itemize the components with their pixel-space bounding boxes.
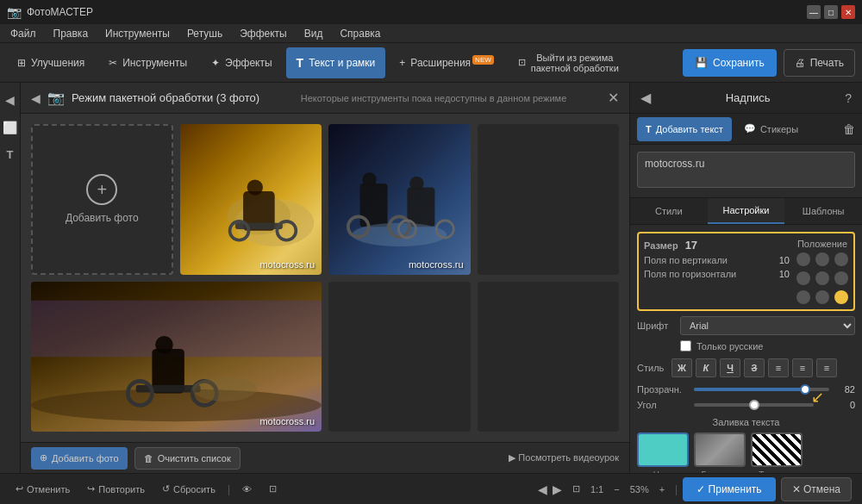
- apply-button[interactable]: ✓ Применить: [683, 477, 775, 501]
- extensions-label: РасширенияNEW: [410, 56, 493, 69]
- sidebar-text-btn[interactable]: T: [3, 145, 17, 165]
- pos-dot-top-right[interactable]: [834, 252, 848, 266]
- moto-svg-3: [31, 282, 322, 432]
- toolbar-right: 💾 Сохранить 🖨 Печать: [683, 49, 855, 77]
- trash-icon: 🗑: [144, 453, 153, 464]
- menu-view[interactable]: Вид: [301, 26, 327, 41]
- opacity-slider-track[interactable]: [694, 388, 829, 391]
- photo-cell-1[interactable]: motocross.ru: [180, 124, 322, 275]
- fit-button[interactable]: ⊡: [567, 480, 585, 498]
- right-panel-help-btn[interactable]: ?: [845, 91, 852, 105]
- instruments-icon: ✂: [109, 57, 117, 69]
- reset-button[interactable]: ↺ Сбросить: [157, 480, 221, 498]
- pos-dot-bot-left[interactable]: [796, 290, 810, 304]
- svg-point-3: [247, 179, 262, 195]
- reset-icon: ↺: [162, 483, 170, 495]
- fill-labels: Цвет Градиент Текстура: [637, 470, 855, 473]
- moto-svg-1: [180, 124, 322, 275]
- tab-instruments[interactable]: ✂ Инструменты: [98, 47, 197, 78]
- tab-effects[interactable]: ✦ Эффекты: [201, 47, 283, 78]
- font-select[interactable]: Arial: [680, 316, 855, 335]
- menu-retouch[interactable]: Ретушь: [184, 26, 226, 41]
- only-russian-checkbox[interactable]: [680, 340, 691, 352]
- pos-dot-bot-center[interactable]: [815, 290, 829, 304]
- angle-slider-track[interactable]: ↙: [694, 403, 814, 407]
- redo-button[interactable]: ↪ Повторить: [82, 480, 150, 498]
- center-content: ◀ 📷 Режим пакетной обработки (3 фото) Не…: [21, 83, 629, 473]
- stickers-tab[interactable]: 💬 Стикеры: [735, 117, 807, 141]
- right-panel-back-btn[interactable]: ◀: [640, 90, 651, 106]
- add-photo-button[interactable]: ⊕ Добавить фото: [31, 447, 128, 470]
- add-photo-cell[interactable]: + Добавить фото: [31, 124, 173, 275]
- minimize-button[interactable]: —: [807, 5, 821, 19]
- title-bar-controls: — □ ✕: [807, 5, 855, 19]
- toolbar: ⊞ Улучшения ✂ Инструменты ✦ Эффекты Т Те…: [0, 43, 862, 83]
- prev-button[interactable]: ◀: [538, 482, 547, 496]
- pos-dot-top-center[interactable]: [815, 252, 829, 266]
- fill-swatch-gradient[interactable]: [694, 432, 746, 467]
- fill-section-title: Заливка текста: [637, 417, 855, 427]
- batch-back-btn[interactable]: ◀: [31, 91, 41, 105]
- underline-btn[interactable]: Ч: [720, 358, 740, 377]
- tab-exit-batch[interactable]: ⊡ Выйти из режимапакетной обработки: [508, 47, 629, 78]
- fill-swatch-texture[interactable]: [751, 432, 803, 467]
- video-tutorial-button[interactable]: ▶ Посмотреть видеоурок: [509, 452, 619, 464]
- fields-col: Размер 17 Поля по вертикали 10 Поля по г…: [644, 239, 790, 283]
- menu-effects[interactable]: Эффекты: [236, 26, 290, 41]
- batch-close-btn[interactable]: ✕: [608, 90, 619, 106]
- angle-slider-thumb[interactable]: [749, 400, 759, 410]
- tab-templates[interactable]: Шаблоны: [784, 198, 862, 224]
- angle-value: 0: [834, 400, 855, 410]
- delete-text-btn[interactable]: 🗑: [843, 122, 855, 136]
- pos-dot-mid-center[interactable]: [815, 271, 829, 285]
- opacity-slider-thumb[interactable]: [800, 384, 810, 395]
- svg-point-19: [155, 335, 173, 353]
- bottom-bar: ⊕ Добавить фото 🗑 Очистить список ▶ Посм…: [21, 442, 629, 473]
- photo-cell-3[interactable]: motocross.ru: [31, 282, 322, 432]
- zoom-in-btn[interactable]: +: [654, 481, 670, 498]
- align-left-btn[interactable]: ≡: [768, 358, 789, 377]
- fill-label-texture: Текстура: [751, 470, 803, 473]
- bold-btn[interactable]: Ж: [671, 358, 692, 377]
- position-box-inner: Размер 17 Поля по вертикали 10 Поля по г…: [644, 239, 848, 304]
- clear-list-button[interactable]: 🗑 Очистить список: [134, 447, 240, 470]
- cancel-button[interactable]: ✕ Отмена: [781, 477, 852, 501]
- compare-button[interactable]: ⊡: [264, 480, 282, 498]
- undo-button[interactable]: ↩ Отменить: [10, 480, 75, 498]
- sidebar-back-btn[interactable]: ◀: [2, 90, 18, 110]
- next-button[interactable]: ▶: [553, 482, 562, 496]
- strikethrough-btn[interactable]: З: [744, 358, 765, 377]
- close-button[interactable]: ✕: [841, 5, 855, 19]
- photo-cell-2[interactable]: motocross.ru: [328, 124, 471, 275]
- zoom-out-btn[interactable]: −: [609, 481, 624, 498]
- tab-text-frames[interactable]: Т Текст и рамки: [286, 47, 386, 78]
- tab-styles[interactable]: Стили: [630, 198, 708, 224]
- sidebar-crop-btn[interactable]: ⬜: [0, 117, 21, 138]
- angle-row: Угол ↙ 0: [637, 400, 855, 410]
- italic-btn[interactable]: К: [696, 358, 716, 377]
- menu-help[interactable]: Справка: [336, 26, 384, 41]
- tab-settings[interactable]: Настройки: [708, 198, 785, 224]
- maximize-button[interactable]: □: [824, 5, 838, 19]
- align-right-btn[interactable]: ≡: [816, 358, 837, 377]
- eye-button[interactable]: 👁: [237, 481, 257, 498]
- pos-dot-mid-right[interactable]: [834, 271, 848, 285]
- tab-improvements[interactable]: ⊞ Улучшения: [7, 47, 95, 78]
- menu-bar: Файл Правка Инструменты Ретушь Эффекты В…: [0, 24, 862, 43]
- pos-dot-top-left[interactable]: [796, 252, 810, 266]
- pos-dot-mid-left[interactable]: [796, 271, 810, 285]
- new-badge: NEW: [472, 55, 494, 65]
- save-button[interactable]: 💾 Сохранить: [683, 49, 777, 77]
- position-box: Размер 17 Поля по вертикали 10 Поля по г…: [637, 232, 855, 311]
- pos-dot-bot-right[interactable]: [834, 290, 848, 304]
- align-center-btn[interactable]: ≡: [792, 358, 813, 377]
- print-button[interactable]: 🖨 Печать: [784, 49, 855, 77]
- menu-file[interactable]: Файл: [7, 26, 40, 41]
- menu-tools[interactable]: Инструменты: [102, 26, 173, 41]
- text-input[interactable]: motocross.ru: [637, 152, 855, 188]
- size-value: 17: [685, 239, 697, 252]
- fill-swatch-color[interactable]: [637, 432, 689, 467]
- tab-extensions[interactable]: + РасширенияNEW: [389, 47, 503, 78]
- add-text-tab[interactable]: T Добавить текст: [637, 117, 732, 141]
- menu-edit[interactable]: Правка: [50, 26, 92, 41]
